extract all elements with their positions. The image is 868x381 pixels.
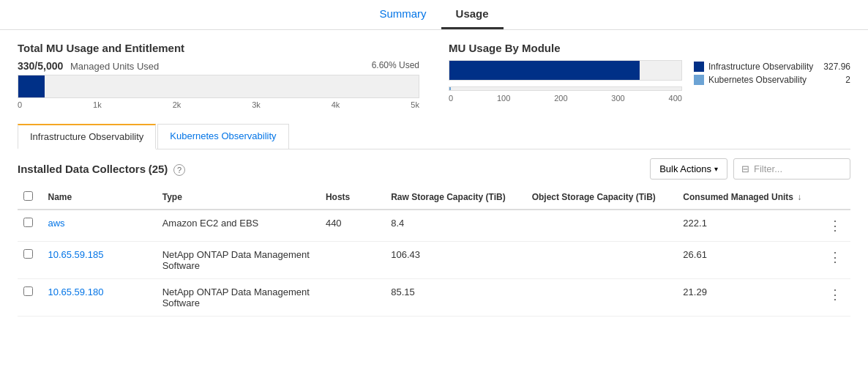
module-bar-track xyxy=(449,60,682,81)
row-menu-icon-1[interactable]: ⋮ xyxy=(828,218,842,233)
legend-color-k8s xyxy=(694,75,704,85)
filter-placeholder: Filter... xyxy=(754,163,782,174)
module-bar-fill xyxy=(449,61,640,80)
legend-value-k8s: 2 xyxy=(845,75,850,85)
sort-icon[interactable]: ↓ xyxy=(797,192,801,202)
row-actions-2: ⋮ xyxy=(823,242,850,279)
total-mu-bar: 0 1k 2k 3k 4k 5k xyxy=(18,75,419,109)
bulk-actions-chevron-icon: ▾ xyxy=(714,165,718,173)
top-tabs: Summary Usage xyxy=(0,0,868,30)
row-raw-1: 8.4 xyxy=(385,210,526,242)
filter-box[interactable]: ⊟ Filter... xyxy=(733,158,850,180)
sub-tabs: Infrastructure Observability Kubernetes … xyxy=(18,124,850,149)
table-section: Installed Data Collectors (25) ? Bulk Ac… xyxy=(18,149,850,317)
row-type-1: Amazon EC2 and EBS xyxy=(157,210,320,242)
module-chart-area: 0 100 200 300 400 Infrastructure Observa… xyxy=(449,60,850,103)
filter-icon: ⊟ xyxy=(741,163,749,174)
row-link-2[interactable]: 10.65.59.185 xyxy=(48,249,103,260)
total-mu-sublabel: Managed Units Used xyxy=(70,61,159,72)
module-legend: Infrastructure Observability 327.96 Kube… xyxy=(694,60,850,85)
table-actions: Bulk Actions ▾ ⊟ Filter... xyxy=(650,158,850,180)
row-link-1[interactable]: aws xyxy=(48,218,64,229)
legend-label-infra: Infrastructure Observability xyxy=(708,62,813,72)
row-name-3: 10.65.59.180 xyxy=(42,279,156,317)
col-header-check xyxy=(18,185,42,210)
charts-row: Total MU Usage and Entitlement 330/5,000… xyxy=(18,42,850,109)
row-raw-2: 106.43 xyxy=(385,242,526,279)
table-title: Installed Data Collectors xyxy=(18,163,146,175)
col-header-object: Object Storage Capacity (TiB) xyxy=(526,185,678,210)
row-link-3[interactable]: 10.65.59.180 xyxy=(48,286,103,297)
row-hosts-3 xyxy=(320,279,385,317)
sub-tab-k8s[interactable]: Kubernetes Observability xyxy=(157,124,288,149)
row-actions-3: ⋮ xyxy=(823,279,850,317)
col-header-name: Name xyxy=(42,185,156,210)
legend-item-k8s: Kubernetes Observability 2 xyxy=(694,75,850,85)
row-check-2 xyxy=(18,242,42,279)
table-row: 10.65.59.185 NetApp ONTAP Data Managemen… xyxy=(18,242,850,279)
legend-value-infra: 327.96 xyxy=(823,62,850,72)
col-header-actions xyxy=(823,185,850,210)
row-hosts-2 xyxy=(320,242,385,279)
sub-tab-infra[interactable]: Infrastructure Observability xyxy=(18,124,156,149)
legend-item-infra: Infrastructure Observability 327.96 xyxy=(694,62,850,72)
mu-by-module-title: MU Usage By Module xyxy=(449,42,850,54)
row-menu-icon-2[interactable]: ⋮ xyxy=(828,250,842,265)
row-object-3 xyxy=(526,279,678,317)
row-name-1: aws xyxy=(42,210,156,242)
total-mu-usage-label: 330/5,000 Managed Units Used 6.60% Used xyxy=(18,60,419,72)
bulk-actions-label: Bulk Actions xyxy=(659,163,711,174)
module-bar-track-2 xyxy=(449,86,682,91)
bar-fill xyxy=(18,75,45,97)
module-tick-labels: 0 100 200 300 400 xyxy=(449,94,682,103)
row-check-3 xyxy=(18,279,42,317)
data-table: Name Type Hosts Raw Storage Capacity (Ti… xyxy=(18,185,850,317)
row-actions-1: ⋮ xyxy=(823,210,850,242)
row-name-2: 10.65.59.185 xyxy=(42,242,156,279)
module-bar-fill-2 xyxy=(449,87,451,90)
tab-summary[interactable]: Summary xyxy=(364,0,441,29)
total-mu-numbers: 330/5,000 xyxy=(18,60,63,72)
table-header-row: Installed Data Collectors (25) ? Bulk Ac… xyxy=(18,149,850,185)
row-menu-icon-3[interactable]: ⋮ xyxy=(828,287,842,302)
table-row: 10.65.59.180 NetApp ONTAP Data Managemen… xyxy=(18,279,850,317)
total-mu-pct: 6.60% Used xyxy=(372,60,419,70)
table-wrap: Name Type Hosts Raw Storage Capacity (Ti… xyxy=(18,185,850,317)
row-consumed-1: 222.1 xyxy=(677,210,823,242)
row-consumed-3: 21.29 xyxy=(677,279,823,317)
bar-track xyxy=(18,75,419,98)
row-consumed-2: 26.61 xyxy=(677,242,823,279)
row-object-1 xyxy=(526,210,678,242)
row-checkbox-3[interactable] xyxy=(23,286,33,296)
col-header-raw: Raw Storage Capacity (TiB) xyxy=(385,185,526,210)
tab-usage[interactable]: Usage xyxy=(441,0,504,29)
legend-color-infra xyxy=(694,62,704,72)
legend-label-k8s: Kubernetes Observability xyxy=(708,75,835,85)
total-mu-title: Total MU Usage and Entitlement xyxy=(18,42,419,54)
module-bar-section: 0 100 200 300 400 xyxy=(449,60,682,103)
row-checkbox-1[interactable] xyxy=(23,218,33,227)
total-mu-panel: Total MU Usage and Entitlement 330/5,000… xyxy=(18,42,419,109)
help-icon[interactable]: ? xyxy=(173,164,185,176)
select-all-checkbox[interactable] xyxy=(23,191,33,201)
col-header-type: Type xyxy=(157,185,320,210)
table-row: aws Amazon EC2 and EBS 440 8.4 222.1 ⋮ xyxy=(18,210,850,242)
row-check-1 xyxy=(18,210,42,242)
mu-by-module-panel: MU Usage By Module 0 100 200 300 xyxy=(449,42,850,109)
row-hosts-1: 440 xyxy=(320,210,385,242)
row-type-3: NetApp ONTAP Data Management Software xyxy=(157,279,320,317)
main-content: Total MU Usage and Entitlement 330/5,000… xyxy=(0,30,868,328)
bulk-actions-button[interactable]: Bulk Actions ▾ xyxy=(650,158,727,180)
row-type-2: NetApp ONTAP Data Management Software xyxy=(157,242,320,279)
row-object-2 xyxy=(526,242,678,279)
col-header-consumed: Consumed Managed Units ↓ xyxy=(677,185,823,210)
table-title-area: Installed Data Collectors (25) ? xyxy=(18,163,185,176)
row-checkbox-2[interactable] xyxy=(23,249,33,259)
bar-tick-labels: 0 1k 2k 3k 4k 5k xyxy=(18,100,419,109)
col-header-hosts: Hosts xyxy=(320,185,385,210)
row-raw-3: 85.15 xyxy=(385,279,526,317)
table-count: (25) xyxy=(149,163,168,175)
table-header: Name Type Hosts Raw Storage Capacity (Ti… xyxy=(18,185,850,210)
